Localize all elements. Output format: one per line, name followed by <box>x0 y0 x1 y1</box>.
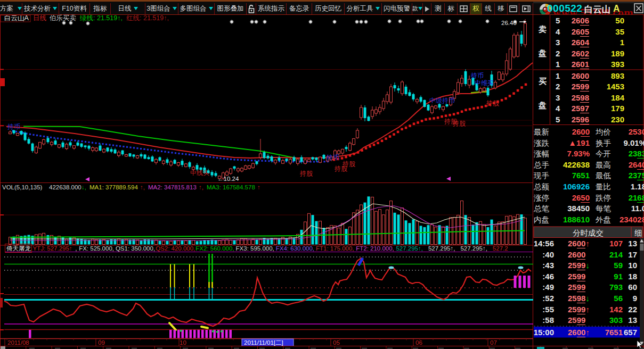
svg-text:倚天屠龙: 倚天屠龙 <box>6 245 31 252</box>
svg-text:持币: 持币 <box>470 72 484 79</box>
svg-text:白云山A: 白云山A <box>4 14 29 22</box>
svg-text:←10.24: ←10.24 <box>217 176 239 182</box>
svg-text:持股: 持股 <box>342 160 355 168</box>
svg-text:06: 06 <box>415 339 422 346</box>
svg-text:VOL(5,10,135): VOL(5,10,135) <box>2 184 43 190</box>
svg-text:持股: 持股 <box>299 170 313 177</box>
svg-text:中级持币: 中级持币 <box>429 97 455 104</box>
svg-text:09: 09 <box>98 339 105 346</box>
svg-text:持股: 持股 <box>452 120 466 127</box>
svg-text:FT1: 175.000,: FT1: 175.000, <box>316 245 354 252</box>
svg-text:FX2: 560.000,: FX2: 560.000, <box>195 245 234 252</box>
svg-text:MA1: 377889.594: MA1: 377889.594 <box>89 184 138 190</box>
svg-text:MA2: 347815.813: MA2: 347815.813 <box>148 184 197 190</box>
svg-text:中线头: 中线头 <box>190 169 209 177</box>
svg-text:10: 10 <box>180 339 186 346</box>
svg-text:↑: ↑ <box>257 184 260 190</box>
svg-text:持股: 持股 <box>486 99 499 107</box>
svg-text:2011/08: 2011/08 <box>7 339 29 346</box>
svg-text:持币: 持币 <box>7 123 20 130</box>
svg-text:FX: 525.000,: FX: 525.000, <box>79 245 114 252</box>
svg-text:FT2: 210.000,: FT2: 210.000, <box>356 245 394 252</box>
svg-text:YTJ: 527.295: YTJ: 527.295 <box>32 245 69 252</box>
svg-text:中维买: 中维买 <box>475 79 494 87</box>
svg-text:527.295↑,: 527.295↑, <box>460 245 487 252</box>
svg-text:FX3: 595.000,: FX3: 595.000, <box>236 245 274 252</box>
svg-text:527.295↑,: 527.295↑, <box>428 245 455 252</box>
svg-text:伯乐买卖: 伯乐买卖 <box>49 14 77 22</box>
svg-text:↑,: ↑, <box>140 184 145 190</box>
svg-text:红线: 21.519↑,: 红线: 21.519↑, <box>126 14 169 22</box>
svg-text:527.2: 527.2 <box>493 245 508 252</box>
svg-text:,: , <box>75 245 77 252</box>
svg-text:↑,: ↑, <box>199 184 203 190</box>
svg-text:422638.000: 422638.000 <box>49 184 81 190</box>
svg-text:↓,: ↓, <box>81 184 86 190</box>
svg-text:QS1: 350.000,: QS1: 350.000, <box>116 245 155 252</box>
svg-text:527.295↑,: 527.295↑, <box>396 245 423 252</box>
svg-text:26.40: 26.40 <box>501 20 517 26</box>
svg-text:日线: 日线 <box>33 14 46 22</box>
svg-text:MA3: 167584.578: MA3: 167584.578 <box>207 184 255 190</box>
svg-text:绿线: 21.519↑,: 绿线: 21.519↑, <box>80 14 123 22</box>
svg-text:2011/11/01[二]: 2011/11/01[二] <box>244 339 283 346</box>
svg-text:持币: 持币 <box>326 154 339 161</box>
svg-text:↑: ↑ <box>69 245 72 252</box>
svg-text:QS2: 420.000,: QS2: 420.000, <box>156 245 195 252</box>
svg-text:07: 07 <box>490 339 497 346</box>
svg-text:FX4: 630.000,: FX4: 630.000, <box>276 245 314 252</box>
svg-text:05: 05 <box>333 339 340 346</box>
